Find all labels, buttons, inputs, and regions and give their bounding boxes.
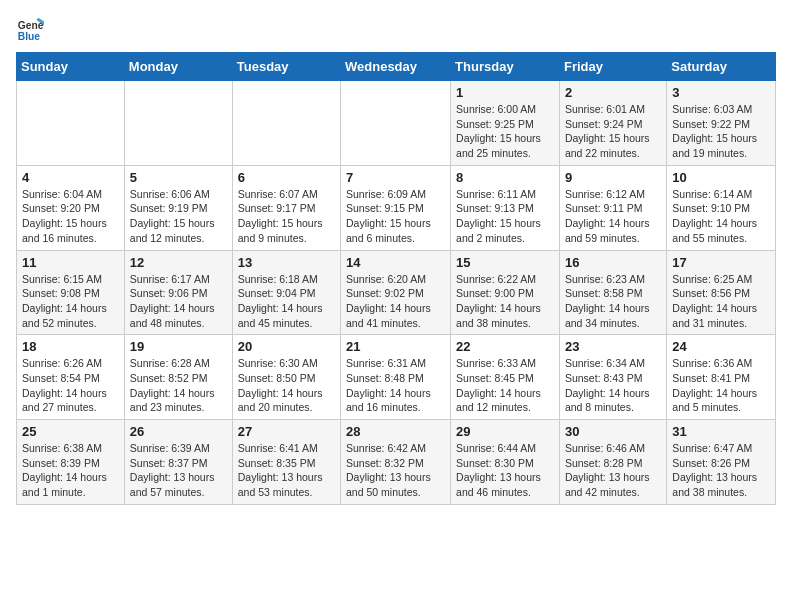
day-info: Sunrise: 6:33 AMSunset: 8:45 PMDaylight:…: [456, 356, 554, 415]
calendar-cell: 17Sunrise: 6:25 AMSunset: 8:56 PMDayligh…: [667, 250, 776, 335]
header-saturday: Saturday: [667, 53, 776, 81]
day-number: 8: [456, 170, 554, 185]
week-row-5: 25Sunrise: 6:38 AMSunset: 8:39 PMDayligh…: [17, 420, 776, 505]
day-info: Sunrise: 6:42 AMSunset: 8:32 PMDaylight:…: [346, 441, 445, 500]
day-info: Sunrise: 6:14 AMSunset: 9:10 PMDaylight:…: [672, 187, 770, 246]
calendar-cell: 1Sunrise: 6:00 AMSunset: 9:25 PMDaylight…: [451, 81, 560, 166]
logo-icon: General Blue: [16, 16, 44, 44]
day-number: 24: [672, 339, 770, 354]
day-number: 29: [456, 424, 554, 439]
day-info: Sunrise: 6:09 AMSunset: 9:15 PMDaylight:…: [346, 187, 445, 246]
week-row-1: 1Sunrise: 6:00 AMSunset: 9:25 PMDaylight…: [17, 81, 776, 166]
day-number: 14: [346, 255, 445, 270]
day-info: Sunrise: 6:34 AMSunset: 8:43 PMDaylight:…: [565, 356, 661, 415]
day-info: Sunrise: 6:20 AMSunset: 9:02 PMDaylight:…: [346, 272, 445, 331]
day-number: 2: [565, 85, 661, 100]
day-number: 15: [456, 255, 554, 270]
header-monday: Monday: [124, 53, 232, 81]
day-info: Sunrise: 6:46 AMSunset: 8:28 PMDaylight:…: [565, 441, 661, 500]
day-number: 23: [565, 339, 661, 354]
calendar-cell: 25Sunrise: 6:38 AMSunset: 8:39 PMDayligh…: [17, 420, 125, 505]
calendar-cell: 30Sunrise: 6:46 AMSunset: 8:28 PMDayligh…: [559, 420, 666, 505]
calendar-cell: 20Sunrise: 6:30 AMSunset: 8:50 PMDayligh…: [232, 335, 340, 420]
day-number: 25: [22, 424, 119, 439]
day-number: 4: [22, 170, 119, 185]
calendar-cell: 18Sunrise: 6:26 AMSunset: 8:54 PMDayligh…: [17, 335, 125, 420]
header-friday: Friday: [559, 53, 666, 81]
week-row-3: 11Sunrise: 6:15 AMSunset: 9:08 PMDayligh…: [17, 250, 776, 335]
day-info: Sunrise: 6:28 AMSunset: 8:52 PMDaylight:…: [130, 356, 227, 415]
day-info: Sunrise: 6:07 AMSunset: 9:17 PMDaylight:…: [238, 187, 335, 246]
header-sunday: Sunday: [17, 53, 125, 81]
calendar-cell: 10Sunrise: 6:14 AMSunset: 9:10 PMDayligh…: [667, 165, 776, 250]
day-number: 30: [565, 424, 661, 439]
day-info: Sunrise: 6:26 AMSunset: 8:54 PMDaylight:…: [22, 356, 119, 415]
day-number: 26: [130, 424, 227, 439]
day-number: 7: [346, 170, 445, 185]
calendar-cell: 13Sunrise: 6:18 AMSunset: 9:04 PMDayligh…: [232, 250, 340, 335]
calendar-cell: 27Sunrise: 6:41 AMSunset: 8:35 PMDayligh…: [232, 420, 340, 505]
day-number: 16: [565, 255, 661, 270]
day-number: 31: [672, 424, 770, 439]
svg-text:Blue: Blue: [18, 31, 41, 42]
calendar-cell: 19Sunrise: 6:28 AMSunset: 8:52 PMDayligh…: [124, 335, 232, 420]
header-wednesday: Wednesday: [341, 53, 451, 81]
day-number: 19: [130, 339, 227, 354]
day-number: 28: [346, 424, 445, 439]
day-info: Sunrise: 6:12 AMSunset: 9:11 PMDaylight:…: [565, 187, 661, 246]
day-info: Sunrise: 6:01 AMSunset: 9:24 PMDaylight:…: [565, 102, 661, 161]
day-info: Sunrise: 6:23 AMSunset: 8:58 PMDaylight:…: [565, 272, 661, 331]
day-number: 10: [672, 170, 770, 185]
day-number: 27: [238, 424, 335, 439]
day-number: 9: [565, 170, 661, 185]
calendar-cell: 4Sunrise: 6:04 AMSunset: 9:20 PMDaylight…: [17, 165, 125, 250]
header-tuesday: Tuesday: [232, 53, 340, 81]
day-number: 17: [672, 255, 770, 270]
calendar-cell: 2Sunrise: 6:01 AMSunset: 9:24 PMDaylight…: [559, 81, 666, 166]
week-row-2: 4Sunrise: 6:04 AMSunset: 9:20 PMDaylight…: [17, 165, 776, 250]
day-info: Sunrise: 6:25 AMSunset: 8:56 PMDaylight:…: [672, 272, 770, 331]
calendar-cell: 16Sunrise: 6:23 AMSunset: 8:58 PMDayligh…: [559, 250, 666, 335]
day-info: Sunrise: 6:39 AMSunset: 8:37 PMDaylight:…: [130, 441, 227, 500]
calendar-cell: 9Sunrise: 6:12 AMSunset: 9:11 PMDaylight…: [559, 165, 666, 250]
day-info: Sunrise: 6:47 AMSunset: 8:26 PMDaylight:…: [672, 441, 770, 500]
day-info: Sunrise: 6:44 AMSunset: 8:30 PMDaylight:…: [456, 441, 554, 500]
calendar-cell: [341, 81, 451, 166]
logo: General Blue: [16, 16, 48, 44]
day-number: 22: [456, 339, 554, 354]
day-number: 6: [238, 170, 335, 185]
calendar-cell: [17, 81, 125, 166]
day-info: Sunrise: 6:00 AMSunset: 9:25 PMDaylight:…: [456, 102, 554, 161]
week-row-4: 18Sunrise: 6:26 AMSunset: 8:54 PMDayligh…: [17, 335, 776, 420]
calendar-cell: 29Sunrise: 6:44 AMSunset: 8:30 PMDayligh…: [451, 420, 560, 505]
calendar-cell: 24Sunrise: 6:36 AMSunset: 8:41 PMDayligh…: [667, 335, 776, 420]
day-number: 11: [22, 255, 119, 270]
day-info: Sunrise: 6:04 AMSunset: 9:20 PMDaylight:…: [22, 187, 119, 246]
page-header: General Blue: [16, 16, 776, 44]
calendar-cell: 26Sunrise: 6:39 AMSunset: 8:37 PMDayligh…: [124, 420, 232, 505]
calendar-cell: 3Sunrise: 6:03 AMSunset: 9:22 PMDaylight…: [667, 81, 776, 166]
calendar-cell: [124, 81, 232, 166]
calendar-cell: 14Sunrise: 6:20 AMSunset: 9:02 PMDayligh…: [341, 250, 451, 335]
day-info: Sunrise: 6:11 AMSunset: 9:13 PMDaylight:…: [456, 187, 554, 246]
calendar-cell: 7Sunrise: 6:09 AMSunset: 9:15 PMDaylight…: [341, 165, 451, 250]
day-number: 1: [456, 85, 554, 100]
day-info: Sunrise: 6:38 AMSunset: 8:39 PMDaylight:…: [22, 441, 119, 500]
calendar-cell: 11Sunrise: 6:15 AMSunset: 9:08 PMDayligh…: [17, 250, 125, 335]
day-number: 3: [672, 85, 770, 100]
day-info: Sunrise: 6:22 AMSunset: 9:00 PMDaylight:…: [456, 272, 554, 331]
calendar-cell: 21Sunrise: 6:31 AMSunset: 8:48 PMDayligh…: [341, 335, 451, 420]
calendar-cell: 22Sunrise: 6:33 AMSunset: 8:45 PMDayligh…: [451, 335, 560, 420]
day-info: Sunrise: 6:30 AMSunset: 8:50 PMDaylight:…: [238, 356, 335, 415]
day-info: Sunrise: 6:31 AMSunset: 8:48 PMDaylight:…: [346, 356, 445, 415]
day-info: Sunrise: 6:41 AMSunset: 8:35 PMDaylight:…: [238, 441, 335, 500]
day-number: 20: [238, 339, 335, 354]
weekday-header-row: SundayMondayTuesdayWednesdayThursdayFrid…: [17, 53, 776, 81]
calendar-cell: 23Sunrise: 6:34 AMSunset: 8:43 PMDayligh…: [559, 335, 666, 420]
day-info: Sunrise: 6:03 AMSunset: 9:22 PMDaylight:…: [672, 102, 770, 161]
header-thursday: Thursday: [451, 53, 560, 81]
day-number: 21: [346, 339, 445, 354]
calendar-cell: 28Sunrise: 6:42 AMSunset: 8:32 PMDayligh…: [341, 420, 451, 505]
day-info: Sunrise: 6:36 AMSunset: 8:41 PMDaylight:…: [672, 356, 770, 415]
calendar-cell: 8Sunrise: 6:11 AMSunset: 9:13 PMDaylight…: [451, 165, 560, 250]
